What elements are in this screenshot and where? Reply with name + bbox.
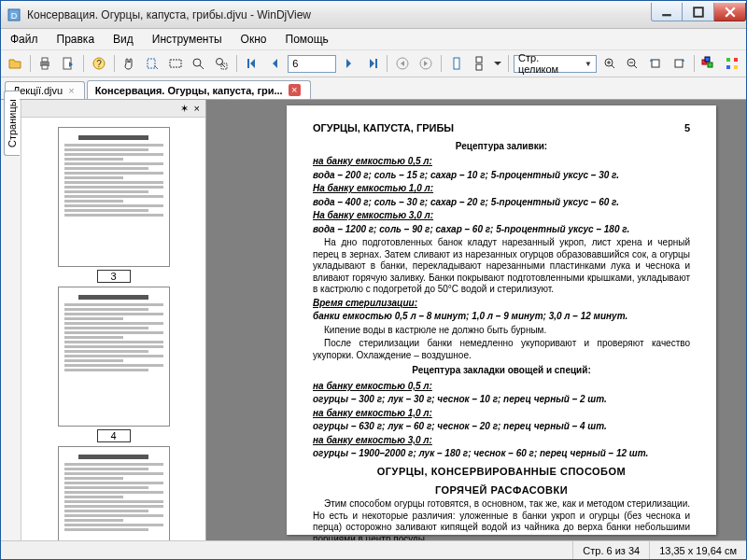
svg-rect-36 — [708, 63, 712, 67]
svg-text:?: ? — [96, 59, 102, 69]
settings-icon[interactable] — [722, 53, 742, 74]
menu-edit[interactable]: Правка — [53, 31, 99, 48]
svg-rect-8 — [42, 65, 48, 69]
svg-rect-7 — [42, 58, 48, 62]
sidebar: Страницы ✶ × 3 4 — [1, 100, 206, 540]
page-number-input[interactable] — [288, 55, 336, 73]
svg-rect-39 — [734, 58, 738, 62]
zoom-combo[interactable]: Стр. целиком ▼ — [514, 55, 597, 73]
info-icon[interactable]: ? — [89, 53, 109, 74]
thumbnails-list[interactable]: 3 4 5 6 — [21, 118, 205, 540]
title-bar: D Консервация. Огурцы, капуста, грибы.dj… — [1, 1, 746, 29]
nav-fwd-icon[interactable] — [416, 53, 436, 74]
first-page-icon[interactable] — [242, 53, 262, 74]
zoom-rect-icon[interactable] — [211, 53, 232, 74]
find-icon[interactable] — [699, 53, 720, 74]
chevron-down-icon: ▼ — [585, 60, 592, 68]
status-bar: Стр. 6 из 34 13,35 x 19,64 см — [1, 540, 746, 559]
menu-file[interactable]: Файл — [7, 31, 42, 48]
thumbnail-5[interactable]: 5 — [58, 446, 170, 540]
close-icon[interactable]: × — [68, 85, 74, 96]
svg-point-14 — [193, 59, 201, 66]
thumbnail-3[interactable]: 3 — [58, 127, 170, 283]
rotate-right-icon[interactable] — [669, 53, 689, 74]
maximize-button[interactable] — [683, 3, 714, 21]
svg-line-17 — [222, 64, 225, 67]
svg-rect-40 — [726, 65, 730, 69]
marquee-icon[interactable] — [165, 53, 186, 74]
prev-page-icon[interactable] — [265, 53, 286, 74]
svg-rect-12 — [148, 59, 155, 68]
sidebar-tabs: Страницы — [1, 100, 21, 540]
thumbnail-4[interactable]: 4 — [58, 287, 170, 442]
close-icon[interactable]: × — [289, 84, 301, 96]
doc-header: ОГУРЦЫ, КАПУСТА, ГРИБЫ — [313, 122, 454, 135]
tab-label: Лекції.djvu — [13, 85, 63, 96]
document-page: ОГУРЦЫ, КАПУСТА, ГРИБЫ 5 Рецептура залив… — [287, 105, 716, 535]
close-button[interactable] — [714, 3, 746, 21]
thumbnails-header: ✶ × — [21, 100, 205, 118]
zoom-in-icon[interactable] — [599, 53, 620, 74]
toolbar: ? Стр. целиком ▼ — [1, 50, 746, 77]
last-page-icon[interactable] — [362, 53, 383, 74]
hand-icon[interactable] — [120, 53, 140, 74]
zoom-label: Стр. целиком — [518, 52, 581, 75]
tab-label: Консервация. Огурцы, капуста, гри... — [95, 85, 283, 96]
doc-subtitle-2: Рецептура закладки овощей и специй: — [313, 365, 690, 377]
open-icon[interactable] — [5, 53, 25, 74]
thumb-number: 4 — [97, 429, 131, 442]
svg-rect-41 — [734, 65, 738, 69]
svg-rect-13 — [170, 60, 181, 67]
minimize-button[interactable] — [651, 3, 683, 21]
layout-drop-icon[interactable] — [492, 53, 503, 74]
svg-rect-24 — [476, 57, 482, 63]
svg-rect-3 — [694, 7, 703, 17]
tab-bar: Лекції.djvu × Консервация. Огурцы, капус… — [1, 77, 746, 100]
print-icon[interactable] — [35, 53, 56, 74]
rotate-left-icon[interactable] — [645, 53, 666, 74]
layout-single-icon[interactable] — [446, 53, 467, 74]
svg-rect-37 — [705, 57, 710, 62]
svg-rect-23 — [454, 58, 459, 69]
layout-cont-icon[interactable] — [469, 53, 489, 74]
doc-subtitle: Рецептура заливки: — [313, 141, 690, 153]
export-icon[interactable] — [58, 53, 78, 74]
menu-bar: Файл Правка Вид Инструменты Окно Помощь — [1, 29, 746, 50]
svg-line-32 — [634, 65, 637, 68]
page-viewer[interactable]: ОГУРЦЫ, КАПУСТА, ГРИБЫ 5 Рецептура залив… — [206, 100, 746, 540]
menu-help[interactable]: Помощь — [282, 31, 332, 48]
menu-tools[interactable]: Инструменты — [148, 31, 226, 48]
magnify-icon[interactable] — [189, 53, 209, 74]
tab-document-2[interactable]: Консервация. Огурцы, капуста, гри... × — [87, 80, 311, 99]
window-title: Консервация. Огурцы, капуста, грибы.djvu… — [27, 8, 651, 21]
select-icon[interactable] — [142, 53, 162, 74]
svg-rect-34 — [675, 60, 683, 67]
menu-window[interactable]: Окно — [237, 31, 271, 48]
thumb-number: 3 — [97, 270, 131, 283]
close-panel-icon[interactable]: × — [194, 103, 200, 114]
status-page: Стр. 6 из 34 — [572, 541, 649, 559]
status-dimensions: 13,35 x 19,64 см — [649, 541, 746, 559]
svg-line-15 — [200, 65, 204, 69]
doc-page-number: 5 — [684, 122, 690, 135]
menu-view[interactable]: Вид — [109, 31, 137, 48]
sidebar-tab-pages[interactable]: Страницы — [4, 91, 20, 156]
app-icon: D — [7, 7, 21, 22]
gear-icon[interactable]: ✶ — [180, 103, 189, 115]
next-page-icon[interactable] — [339, 53, 359, 74]
svg-text:D: D — [11, 11, 18, 21]
svg-rect-25 — [476, 64, 482, 70]
nav-back-icon[interactable] — [392, 53, 413, 74]
svg-rect-33 — [652, 60, 659, 67]
zoom-out-icon[interactable] — [623, 53, 643, 74]
svg-line-29 — [612, 65, 614, 68]
svg-rect-38 — [726, 58, 730, 62]
